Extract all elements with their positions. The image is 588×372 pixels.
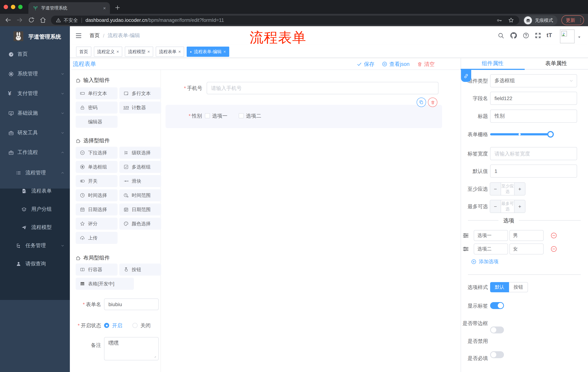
prop-title-row[interactable] [490, 110, 577, 123]
bookmark-star-icon[interactable] [508, 17, 514, 23]
stepper-placeholder[interactable]: 至少应选 [501, 183, 514, 194]
palette-item-editor[interactable]: 编辑器 [76, 116, 117, 128]
sidebar-collapse-icon[interactable] [75, 32, 82, 39]
option2-label-input[interactable] [474, 244, 508, 255]
option2-value-input[interactable] [509, 244, 544, 255]
palette-item-select[interactable]: 下拉选择 [76, 147, 117, 159]
sidebar-item-infrastructure[interactable]: 基础设施 [0, 103, 70, 123]
radio-off-label[interactable]: 关闭 [140, 322, 151, 329]
window-minimize-button[interactable] [11, 5, 15, 9]
save-button[interactable]: 保存 [357, 61, 374, 67]
option2-value-field[interactable] [509, 244, 544, 255]
form-remark-textarea[interactable]: 嘿嘿 [104, 337, 159, 360]
sidebar-item-task-management[interactable]: 任务管理 [0, 237, 70, 255]
palette-item-time-range[interactable]: 时间范围 [119, 189, 161, 201]
palette-item-radio-group[interactable]: 单选框组 [76, 161, 117, 173]
not-secure-label[interactable]: 不安全 [64, 17, 78, 23]
default-value-input[interactable] [490, 165, 577, 178]
option2-remove-button[interactable] [550, 245, 557, 253]
gender-option2-checkbox[interactable] [239, 113, 244, 118]
sidebar-item-user-group[interactable]: 用户分组 [0, 200, 70, 218]
option2-label-field[interactable] [474, 244, 508, 255]
style-button-button[interactable]: 按钮 [509, 282, 528, 292]
palette-item-password[interactable]: 密码 [76, 102, 117, 114]
option1-value-field[interactable] [509, 230, 544, 241]
option1-label-field[interactable] [474, 230, 508, 241]
tag-home[interactable]: 首页 [76, 47, 91, 57]
slider-handle[interactable] [547, 131, 554, 138]
tag-process-form[interactable]: 流程表单× [156, 47, 184, 57]
forward-button[interactable] [16, 16, 23, 24]
canvas-phone-field[interactable] [207, 82, 439, 94]
back-button[interactable] [4, 16, 12, 24]
palette-item-checkbox-group[interactable]: 多选框组 [119, 161, 161, 173]
option-drag-handle-icon[interactable] [462, 245, 469, 253]
palette-item-switch[interactable]: 开关 [76, 175, 117, 187]
form-grid-slider-track[interactable] [490, 133, 553, 135]
help-icon[interactable] [523, 32, 529, 39]
tag-process-definition[interactable]: 流程定义× [94, 47, 122, 57]
stepper-increase-button[interactable]: + [514, 200, 525, 213]
palette-item-single-text[interactable]: 单行文本 [76, 87, 117, 99]
search-icon[interactable] [497, 32, 504, 39]
fullscreen-icon[interactable] [535, 32, 541, 39]
field-name-input[interactable] [490, 92, 577, 105]
prop-field-row[interactable] [490, 92, 577, 105]
option1-value-input[interactable] [509, 230, 544, 241]
window-close-button[interactable] [4, 5, 8, 9]
tab-component-props[interactable]: 组件属性 [461, 57, 525, 69]
tag-close-icon[interactable]: × [116, 50, 119, 54]
component-type-select[interactable]: 多选框组 [490, 74, 577, 87]
browser-tab[interactable]: 芋道管理系统 × [28, 2, 110, 14]
title-input[interactable] [490, 110, 577, 123]
option1-remove-button[interactable] [550, 232, 557, 239]
component-delete-button[interactable] [428, 97, 437, 107]
prop-label-width-row[interactable] [490, 147, 577, 160]
avatar-caret-icon[interactable] [577, 35, 581, 39]
breadcrumb-home[interactable]: 首页 [90, 32, 100, 39]
tab-form-props[interactable]: 表单属性 [524, 57, 588, 69]
phone-input[interactable] [207, 82, 439, 94]
avatar[interactable] [560, 30, 575, 43]
palette-item-color-picker[interactable]: 颜色选择 [119, 218, 161, 230]
tab-close-icon[interactable]: × [103, 5, 106, 11]
password-key-icon[interactable] [496, 17, 502, 23]
palette-item-slider[interactable]: 滑块 [119, 175, 161, 187]
radio-on-selected[interactable] [104, 323, 109, 328]
prop-default-row[interactable] [490, 165, 577, 178]
tag-close-icon[interactable]: × [147, 50, 150, 54]
option-drag-handle-icon[interactable] [462, 232, 469, 239]
tag-process-form-edit[interactable]: ●流程表单-编辑× [187, 47, 229, 57]
form-name-field[interactable] [104, 298, 159, 310]
palette-item-cascader[interactable]: 级联选择 [119, 147, 161, 159]
label-width-input[interactable] [490, 147, 577, 160]
stepper-placeholder[interactable]: 最多可选 [501, 201, 514, 212]
palette-item-date-range[interactable]: 日期范围 [119, 203, 161, 215]
palette-item-button[interactable]: 按钮 [119, 264, 161, 276]
sidebar-item-devtools[interactable]: 研发工具 [0, 123, 70, 143]
style-default-button[interactable]: 默认 [490, 282, 509, 292]
border-toggle-off[interactable] [490, 327, 504, 333]
tag-close-icon[interactable]: × [223, 50, 226, 54]
address-bar[interactable]: 不安全 dashboard.yudao.iocoder.cn/bpm/manag… [51, 16, 519, 25]
stepper-decrease-button[interactable]: − [490, 200, 501, 213]
view-json-button[interactable]: 查看json [382, 61, 410, 67]
window-zoom-button[interactable] [18, 5, 22, 9]
option1-label-input[interactable] [474, 230, 508, 241]
form-remark-field[interactable]: 嘿嘿 [104, 337, 159, 360]
radio-off-unselected[interactable] [132, 323, 137, 328]
sidebar-item-workflow[interactable]: 工作流程 [0, 143, 70, 162]
stepper-increase-button[interactable]: + [514, 183, 525, 195]
tag-close-icon[interactable]: × [178, 50, 181, 54]
update-button[interactable]: 更新 ⋮ [561, 15, 584, 25]
palette-item-date-picker[interactable]: 日期选择 [76, 203, 117, 215]
sidebar-item-home[interactable]: 首页 [0, 44, 70, 64]
palette-item-time-picker[interactable]: 时间选择 [76, 189, 117, 201]
disabled-toggle-off[interactable] [490, 351, 504, 358]
palette-item-row-container[interactable]: 行容器 [76, 264, 117, 276]
palette-item-counter[interactable]: 123计数器 [119, 102, 161, 114]
palette-item-rate[interactable]: 评分 [76, 218, 117, 230]
home-button[interactable] [39, 16, 47, 24]
sidebar-item-process-management[interactable]: 流程管理 [0, 164, 70, 182]
browser-menu-kebab-icon[interactable]: ⋮ [578, 18, 583, 23]
